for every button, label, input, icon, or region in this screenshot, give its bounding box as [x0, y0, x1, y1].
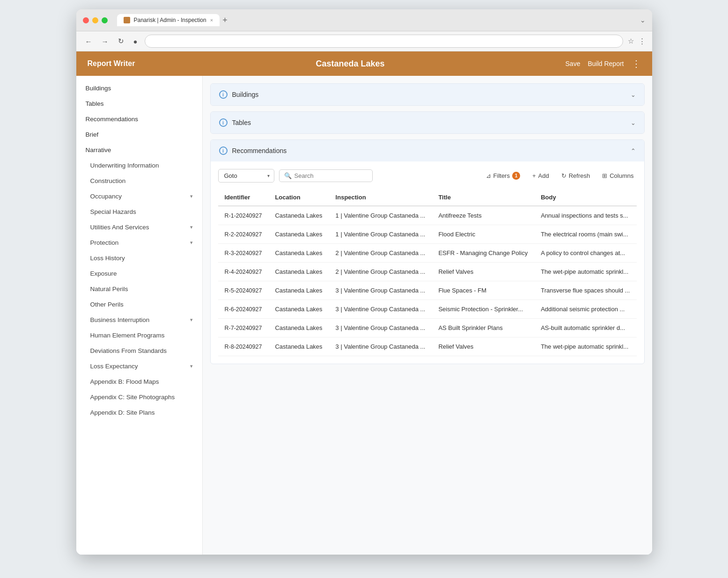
buildings-chevron-icon: ⌄ — [631, 91, 636, 98]
new-tab-button[interactable]: + — [222, 16, 228, 24]
table-header-row: Identifier Location Inspection Title Bod… — [218, 189, 637, 206]
search-icon: 🔍 — [284, 172, 292, 179]
active-tab[interactable]: Panarisk | Admin - Inspection × — [117, 14, 220, 26]
back-button[interactable]: ← — [83, 37, 95, 46]
tables-info-icon: i — [219, 118, 228, 127]
tables-section-header[interactable]: i Tables ⌄ — [211, 112, 644, 133]
columns-button[interactable]: ⊞ Columns — [599, 170, 636, 181]
menu-icon[interactable]: ⋮ — [639, 37, 646, 45]
col-title: Title — [432, 189, 534, 206]
sidebar-item-special-hazards[interactable]: Special Hazards — [76, 204, 202, 219]
header-actions: Save Build Report ⋮ — [566, 59, 641, 68]
cell-title: Relief Valves — [432, 337, 534, 356]
cell-location: Castaneda Lakes — [268, 225, 329, 244]
cell-location: Castaneda Lakes — [268, 281, 329, 300]
cell-location: Castaneda Lakes — [268, 319, 329, 337]
sidebar-item-underwriting-information[interactable]: Underwriting Information — [76, 158, 202, 173]
sidebar-item-buildings[interactable]: Buildings — [76, 80, 202, 96]
forward-button[interactable]: → — [99, 37, 111, 46]
sidebar-item-loss-history[interactable]: Loss History — [76, 250, 202, 266]
browser-titlebar: Panarisk | Admin - Inspection × + ⌄ — [76, 9, 652, 31]
table-row[interactable]: R-4-20240927 Castaneda Lakes 2 | Valenti… — [218, 263, 637, 281]
close-traffic-light[interactable] — [83, 17, 89, 23]
goto-dropdown[interactable]: Goto — [218, 169, 274, 183]
sidebar-item-appendix-b[interactable]: Appendix B: Flood Maps — [76, 374, 202, 389]
save-button[interactable]: Save — [566, 60, 581, 67]
app-header: Report Writer Castaneda Lakes Save Build… — [76, 51, 652, 76]
sidebar-item-appendix-c[interactable]: Appendix C: Site Photographs — [76, 389, 202, 405]
chevron-icon: ▾ — [190, 193, 193, 199]
table-row[interactable]: R-7-20240927 Castaneda Lakes 3 | Valenti… — [218, 319, 637, 337]
sidebar-item-natural-perils[interactable]: Natural Perils — [76, 281, 202, 297]
sidebar-item-deviations-from-standards[interactable]: Deviations From Standards — [76, 343, 202, 359]
sidebar-item-construction[interactable]: Construction — [76, 173, 202, 189]
build-report-button[interactable]: Build Report — [588, 60, 624, 67]
table-row[interactable]: R-2-20240927 Castaneda Lakes 1 | Valenti… — [218, 225, 637, 244]
cell-title: Seismic Protection - Sprinkler... — [432, 300, 534, 319]
tab-title: Panarisk | Admin - Inspection — [134, 17, 206, 23]
sidebar-item-narrative[interactable]: Narrative — [76, 142, 202, 158]
goto-select[interactable]: Goto ▾ — [218, 169, 274, 183]
refresh-label: Refresh — [569, 172, 590, 179]
sidebar-item-other-perils[interactable]: Other Perils — [76, 297, 202, 312]
app-title: Report Writer — [88, 59, 135, 68]
cell-location: Castaneda Lakes — [268, 244, 329, 263]
chevron-icon: ▾ — [190, 363, 193, 369]
home-button[interactable]: ● — [131, 37, 140, 46]
sidebar-item-business-interruption[interactable]: Business Interruption ▾ — [76, 312, 202, 328]
recommendations-table: Identifier Location Inspection Title Bod… — [218, 189, 637, 356]
sidebar-item-appendix-d[interactable]: Appendix D: Site Plans — [76, 405, 202, 420]
filters-badge: 1 — [512, 172, 520, 180]
cell-identifier: R-5-20240927 — [218, 281, 269, 300]
minimize-traffic-light[interactable] — [92, 17, 98, 23]
cell-inspection: 1 | Valentine Group Castaneda ... — [329, 206, 432, 225]
chevron-icon: ▾ — [190, 317, 193, 323]
refresh-button[interactable]: ↻ Refresh — [559, 170, 593, 181]
search-box[interactable]: 🔍 — [279, 169, 373, 182]
toolbar-actions: ⊿ Filters 1 + Add ↻ Refr — [483, 170, 637, 182]
cell-identifier: R-7-20240927 — [218, 319, 269, 337]
filters-button[interactable]: ⊿ Filters 1 — [483, 170, 523, 182]
tables-section-title: Tables — [232, 119, 631, 126]
search-input[interactable] — [294, 172, 368, 179]
sidebar-item-human-element-programs[interactable]: Human Element Programs — [76, 328, 202, 343]
recommendations-section-header[interactable]: i Recommendations ⌃ — [211, 140, 644, 161]
add-button[interactable]: + Add — [529, 170, 552, 181]
sidebar-item-exposure[interactable]: Exposure — [76, 266, 202, 281]
cell-identifier: R-2-20240927 — [218, 225, 269, 244]
cell-identifier: R-8-20240927 — [218, 337, 269, 356]
reload-button[interactable]: ↻ — [116, 36, 126, 46]
add-label: Add — [538, 172, 549, 179]
table-body: R-1-20240927 Castaneda Lakes 1 | Valenti… — [218, 206, 637, 356]
table-row[interactable]: R-8-20240927 Castaneda Lakes 3 | Valenti… — [218, 337, 637, 356]
cell-identifier: R-1-20240927 — [218, 206, 269, 225]
browser-navbar: ← → ↻ ● ☆ ⋮ — [76, 31, 652, 51]
tab-close-button[interactable]: × — [210, 17, 213, 23]
bookmark-icon[interactable]: ☆ — [628, 37, 634, 45]
main-content: i Buildings ⌄ i Tables ⌄ — [203, 76, 652, 555]
table-row[interactable]: R-5-20240927 Castaneda Lakes 3 | Valenti… — [218, 281, 637, 300]
sidebar-item-loss-expectancy[interactable]: Loss Expectancy ▾ — [76, 359, 202, 374]
table-row[interactable]: R-1-20240927 Castaneda Lakes 1 | Valenti… — [218, 206, 637, 225]
maximize-traffic-light[interactable] — [102, 17, 108, 23]
sidebar-item-protection[interactable]: Protection ▾ — [76, 235, 202, 250]
sidebar-item-brief[interactable]: Brief — [76, 127, 202, 142]
sidebar-item-recommendations[interactable]: Recommendations — [76, 111, 202, 127]
col-inspection: Inspection — [329, 189, 432, 206]
sidebar-item-occupancy[interactable]: Occupancy ▾ — [76, 189, 202, 204]
address-bar[interactable] — [145, 35, 623, 48]
chevron-icon: ▾ — [190, 224, 193, 230]
table-row[interactable]: R-3-20240927 Castaneda Lakes 2 | Valenti… — [218, 244, 637, 263]
sidebar-item-utilities-and-services[interactable]: Utilities And Services ▾ — [76, 219, 202, 235]
buildings-section-header[interactable]: i Buildings ⌄ — [211, 84, 644, 105]
cell-location: Castaneda Lakes — [268, 300, 329, 319]
col-body: Body — [534, 189, 636, 206]
tab-favicon — [124, 17, 130, 23]
window-controls: ⌄ — [640, 16, 646, 24]
table-row[interactable]: R-6-20240927 Castaneda Lakes 3 | Valenti… — [218, 300, 637, 319]
cell-location: Castaneda Lakes — [268, 337, 329, 356]
app-menu-button[interactable]: ⋮ — [632, 59, 641, 68]
sidebar-item-tables[interactable]: Tables — [76, 96, 202, 111]
cell-title: AS Built Sprinkler Plans — [432, 319, 534, 337]
cell-inspection: 2 | Valentine Group Castaneda ... — [329, 263, 432, 281]
